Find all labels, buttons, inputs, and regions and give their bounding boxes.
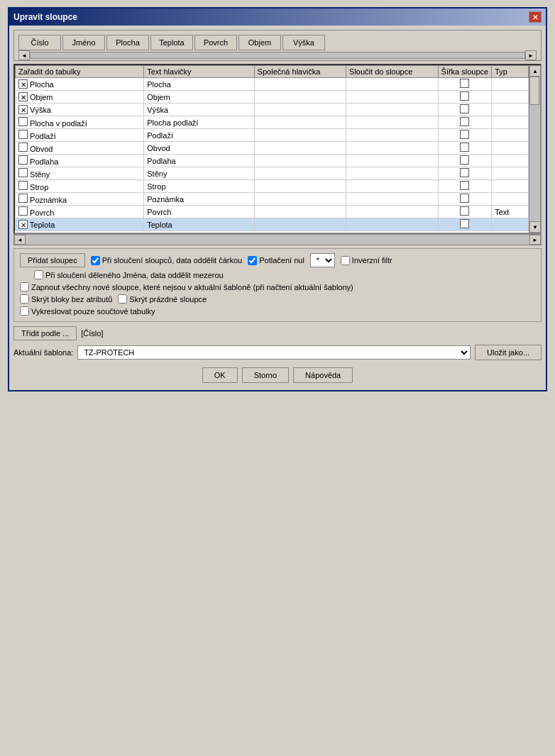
- row-width-cb-2[interactable]: [460, 104, 469, 113]
- row-checkbox-2[interactable]: ✕: [18, 105, 28, 114]
- sort-button[interactable]: Třídit podle ...: [13, 326, 77, 340]
- tab-objem[interactable]: Objem: [238, 35, 281, 50]
- row-checkbox-11[interactable]: ✕: [18, 220, 28, 229]
- scroll-down-arrow[interactable]: ▼: [529, 221, 541, 233]
- table-row[interactable]: ✕ TeplotaTeplota: [16, 218, 529, 231]
- table-row[interactable]: PovrchPovrchText: [16, 206, 529, 218]
- hscroll-track[interactable]: [26, 235, 529, 245]
- tab-jméno[interactable]: Jméno: [62, 35, 105, 50]
- tab-plocha[interactable]: Plocha: [106, 35, 149, 50]
- row-width-cb-0[interactable]: [460, 79, 469, 88]
- tab-povrch[interactable]: Povrch: [194, 35, 237, 50]
- row-width-10[interactable]: [438, 206, 492, 218]
- row-checkbox-7[interactable]: [18, 168, 28, 177]
- suppress-null-checkbox[interactable]: [248, 256, 257, 265]
- row-checkbox-0[interactable]: ✕: [18, 79, 28, 89]
- hide-empty-label[interactable]: Skrýt prázdné sloupce: [118, 294, 207, 304]
- row-width-9[interactable]: [438, 193, 492, 206]
- row-width-cb-8[interactable]: [460, 181, 469, 190]
- row-checkbox-cell-1[interactable]: ✕ Objem: [16, 91, 144, 104]
- tab-výška[interactable]: Výška: [282, 35, 325, 50]
- save-as-button[interactable]: Uložit jako...: [475, 345, 542, 360]
- merge-name-checkbox[interactable]: [34, 270, 43, 279]
- row-checkbox-3[interactable]: [18, 117, 28, 126]
- hide-blocks-checkbox[interactable]: [20, 294, 29, 304]
- enable-new-columns-label[interactable]: Zapnout všechny nové sloupce, které nejs…: [20, 282, 353, 291]
- row-width-8[interactable]: [438, 180, 492, 193]
- table-row[interactable]: ✕ PlochaPlocha: [16, 78, 529, 91]
- row-width-7[interactable]: [438, 167, 492, 180]
- hscroll-right[interactable]: ►: [529, 235, 541, 245]
- row-width-cb-11[interactable]: [460, 219, 469, 228]
- table-row[interactable]: PodlahaPodlaha: [16, 155, 529, 167]
- row-width-cb-9[interactable]: [460, 194, 469, 203]
- table-row[interactable]: ObvodObvod: [16, 142, 529, 155]
- row-checkbox-cell-9[interactable]: Poznámka: [16, 193, 144, 206]
- table-row[interactable]: PodlažíPodlaží: [16, 129, 529, 142]
- row-checkbox-1[interactable]: ✕: [18, 92, 28, 101]
- table-row[interactable]: StěnyStěny: [16, 167, 529, 180]
- tab-teplota[interactable]: Teplota: [150, 35, 193, 50]
- row-checkbox-cell-10[interactable]: Povrch: [16, 206, 144, 218]
- row-checkbox-cell-4[interactable]: Podlaží: [16, 129, 144, 142]
- merge-comma-checkbox[interactable]: [91, 256, 100, 265]
- row-width-4[interactable]: [438, 129, 492, 142]
- row-width-cb-4[interactable]: [460, 130, 469, 139]
- suppress-null-label[interactable]: Potlačení nul: [248, 256, 304, 265]
- merge-comma-label[interactable]: Při sloučení sloupců, data oddělit čárko…: [91, 256, 243, 265]
- row-width-6[interactable]: [438, 155, 492, 167]
- row-checkbox-6[interactable]: [18, 155, 28, 165]
- template-select[interactable]: TZ-PROTECH: [77, 345, 471, 360]
- row-checkbox-cell-3[interactable]: Plocha v podlaží: [16, 116, 144, 129]
- help-button[interactable]: Nápověda: [293, 367, 353, 383]
- row-checkbox-8[interactable]: [18, 181, 28, 190]
- scroll-track-v[interactable]: [529, 77, 540, 221]
- row-checkbox-10[interactable]: [18, 206, 28, 216]
- draw-only-checkbox[interactable]: [20, 306, 29, 316]
- hscroll-left[interactable]: ◄: [14, 235, 26, 245]
- row-width-cb-10[interactable]: [460, 206, 469, 216]
- table-row[interactable]: PoznámkaPoznámka: [16, 193, 529, 206]
- hide-empty-checkbox[interactable]: [118, 294, 127, 304]
- add-column-button[interactable]: Přidat sloupec: [20, 253, 85, 267]
- row-width-cb-1[interactable]: [460, 91, 469, 101]
- row-checkbox-cell-6[interactable]: Podlaha: [16, 155, 144, 167]
- row-checkbox-cell-5[interactable]: Obvod: [16, 142, 144, 155]
- row-width-1[interactable]: [438, 91, 492, 104]
- tabs-scroll-left[interactable]: ◄: [18, 50, 30, 60]
- row-checkbox-cell-11[interactable]: ✕ Teplota: [16, 218, 144, 231]
- draw-only-label[interactable]: Vykreslovat pouze součtové tabulky: [20, 306, 155, 316]
- row-width-3[interactable]: [438, 116, 492, 129]
- row-checkbox-5[interactable]: [18, 143, 28, 152]
- row-width-2[interactable]: [438, 104, 492, 116]
- invert-filter-label[interactable]: Inverzní filtr: [341, 256, 392, 265]
- close-button[interactable]: ✕: [529, 11, 542, 23]
- table-row[interactable]: StropStrop: [16, 180, 529, 193]
- ok-button[interactable]: OK: [202, 367, 238, 383]
- row-width-cb-6[interactable]: [460, 155, 469, 165]
- row-checkbox-cell-2[interactable]: ✕ Výška: [16, 104, 144, 116]
- enable-new-columns-checkbox[interactable]: [20, 282, 29, 291]
- row-width-cb-3[interactable]: [460, 117, 469, 126]
- scroll-up-arrow[interactable]: ▲: [529, 65, 541, 77]
- tabs-scroll-right[interactable]: ►: [525, 50, 537, 60]
- invert-filter-checkbox[interactable]: [341, 256, 350, 265]
- vertical-scrollbar[interactable]: ▲ ▼: [529, 65, 540, 233]
- row-checkbox-cell-7[interactable]: Stěny: [16, 167, 144, 180]
- hide-blocks-label[interactable]: Skrýt bloky bez atributů: [20, 294, 112, 304]
- table-row[interactable]: ✕ ObjemObjem: [16, 91, 529, 104]
- tabs-scroll-track[interactable]: [30, 52, 525, 59]
- row-checkbox-9[interactable]: [18, 194, 28, 203]
- table-row[interactable]: Plocha v podlažíPlocha podlaží: [16, 116, 529, 129]
- row-checkbox-cell-0[interactable]: ✕ Plocha: [16, 78, 144, 91]
- row-width-0[interactable]: [438, 78, 492, 91]
- row-checkbox-cell-8[interactable]: Strop: [16, 180, 144, 193]
- row-width-5[interactable]: [438, 142, 492, 155]
- row-checkbox-4[interactable]: [18, 130, 28, 139]
- merge-name-label[interactable]: Při sloučení děleného Jména, data odděli…: [34, 270, 224, 279]
- cancel-button[interactable]: Storno: [242, 367, 289, 383]
- tab-číslo[interactable]: Číslo: [18, 35, 61, 50]
- table-row[interactable]: ✕ VýškaVýška: [16, 104, 529, 116]
- row-width-cb-5[interactable]: [460, 143, 469, 152]
- row-width-11[interactable]: [438, 218, 492, 231]
